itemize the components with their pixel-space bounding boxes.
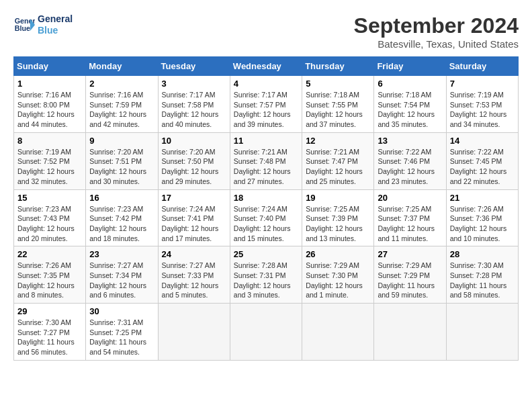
calendar-cell: 4Sunrise: 7:17 AM Sunset: 7:57 PM Daylig… [230,76,302,133]
logo-subtext: Blue [38,25,73,36]
day-number: 19 [306,193,370,203]
calendar-week-4: 22Sunrise: 7:26 AM Sunset: 7:35 PM Dayli… [14,246,519,304]
calendar-cell: 25Sunrise: 7:28 AM Sunset: 7:31 PM Dayli… [230,246,302,304]
day-number: 9 [89,136,154,146]
day-info: Sunrise: 7:18 AM Sunset: 7:54 PM Dayligh… [378,90,442,130]
logo-icon: General Blue [13,14,35,36]
day-number: 1 [17,79,82,89]
day-number: 22 [17,249,82,259]
day-info: Sunrise: 7:26 AM Sunset: 7:36 PM Dayligh… [450,204,515,244]
day-info: Sunrise: 7:22 AM Sunset: 7:45 PM Dayligh… [450,147,515,187]
day-info: Sunrise: 7:24 AM Sunset: 7:41 PM Dayligh… [162,204,226,244]
day-number: 4 [234,79,298,89]
day-number: 13 [378,136,442,146]
day-number: 25 [234,249,298,259]
day-number: 6 [378,79,442,89]
day-info: Sunrise: 7:21 AM Sunset: 7:47 PM Dayligh… [306,147,370,187]
day-number: 20 [378,193,442,203]
col-sunday: Sunday [14,57,86,76]
calendar-cell: 13Sunrise: 7:22 AM Sunset: 7:46 PM Dayli… [374,132,446,189]
day-number: 3 [162,79,226,89]
day-info: Sunrise: 7:17 AM Sunset: 7:57 PM Dayligh… [234,90,298,130]
day-info: Sunrise: 7:19 AM Sunset: 7:52 PM Dayligh… [17,147,82,187]
day-info: Sunrise: 7:30 AM Sunset: 7:28 PM Dayligh… [450,261,515,300]
day-number: 18 [234,193,298,203]
day-number: 23 [89,249,154,259]
day-number: 29 [17,306,82,316]
day-info: Sunrise: 7:23 AM Sunset: 7:42 PM Dayligh… [89,204,154,244]
calendar-cell: 22Sunrise: 7:26 AM Sunset: 7:35 PM Dayli… [14,246,86,304]
day-info: Sunrise: 7:16 AM Sunset: 7:59 PM Dayligh… [89,90,154,130]
calendar-cell: 21Sunrise: 7:26 AM Sunset: 7:36 PM Dayli… [446,189,518,246]
day-number: 16 [89,193,154,203]
calendar-cell: 1Sunrise: 7:16 AM Sunset: 8:00 PM Daylig… [14,76,86,133]
day-info: Sunrise: 7:22 AM Sunset: 7:46 PM Dayligh… [378,147,442,187]
logo-text: General [38,13,73,25]
col-friday: Friday [374,57,446,76]
header-row: Sunday Monday Tuesday Wednesday Thursday… [14,57,519,76]
day-info: Sunrise: 7:25 AM Sunset: 7:37 PM Dayligh… [378,204,442,244]
day-info: Sunrise: 7:27 AM Sunset: 7:34 PM Dayligh… [89,261,154,300]
col-wednesday: Wednesday [230,57,302,76]
calendar-cell [158,304,230,361]
day-number: 11 [234,136,298,146]
day-info: Sunrise: 7:29 AM Sunset: 7:30 PM Dayligh… [306,261,370,300]
logo: General Blue General Blue [13,13,73,36]
day-info: Sunrise: 7:28 AM Sunset: 7:31 PM Dayligh… [234,261,298,300]
col-monday: Monday [86,57,158,76]
day-info: Sunrise: 7:29 AM Sunset: 7:29 PM Dayligh… [378,261,442,300]
header: General Blue General Blue September 2024… [13,13,519,50]
calendar-table: Sunday Monday Tuesday Wednesday Thursday… [13,56,519,361]
calendar-cell: 2Sunrise: 7:16 AM Sunset: 7:59 PM Daylig… [86,76,158,133]
calendar-cell: 19Sunrise: 7:25 AM Sunset: 7:39 PM Dayli… [302,189,374,246]
svg-text:Blue: Blue [15,24,30,32]
day-number: 26 [306,249,370,259]
col-tuesday: Tuesday [158,57,230,76]
calendar-cell: 30Sunrise: 7:31 AM Sunset: 7:25 PM Dayli… [86,304,158,361]
day-number: 5 [306,79,370,89]
calendar-week-2: 8Sunrise: 7:19 AM Sunset: 7:52 PM Daylig… [14,132,519,189]
calendar-week-1: 1Sunrise: 7:16 AM Sunset: 8:00 PM Daylig… [14,76,519,133]
calendar-cell: 9Sunrise: 7:20 AM Sunset: 7:51 PM Daylig… [86,132,158,189]
day-info: Sunrise: 7:16 AM Sunset: 8:00 PM Dayligh… [17,90,82,130]
calendar-cell: 7Sunrise: 7:19 AM Sunset: 7:53 PM Daylig… [446,76,518,133]
day-number: 28 [450,249,515,259]
day-info: Sunrise: 7:24 AM Sunset: 7:40 PM Dayligh… [234,204,298,244]
day-number: 8 [17,136,82,146]
day-info: Sunrise: 7:30 AM Sunset: 7:27 PM Dayligh… [17,318,82,357]
calendar-cell: 3Sunrise: 7:17 AM Sunset: 7:58 PM Daylig… [158,76,230,133]
title-area: September 2024 Batesville, Texas, United… [354,13,519,50]
calendar-cell [302,304,374,361]
calendar-cell: 6Sunrise: 7:18 AM Sunset: 7:54 PM Daylig… [374,76,446,133]
calendar-cell: 17Sunrise: 7:24 AM Sunset: 7:41 PM Dayli… [158,189,230,246]
day-info: Sunrise: 7:18 AM Sunset: 7:55 PM Dayligh… [306,90,370,130]
calendar-week-3: 15Sunrise: 7:23 AM Sunset: 7:43 PM Dayli… [14,189,519,246]
calendar-cell: 24Sunrise: 7:27 AM Sunset: 7:33 PM Dayli… [158,246,230,304]
calendar-cell [374,304,446,361]
calendar-cell: 12Sunrise: 7:21 AM Sunset: 7:47 PM Dayli… [302,132,374,189]
calendar-cell: 18Sunrise: 7:24 AM Sunset: 7:40 PM Dayli… [230,189,302,246]
day-info: Sunrise: 7:31 AM Sunset: 7:25 PM Dayligh… [89,318,154,357]
calendar-cell: 27Sunrise: 7:29 AM Sunset: 7:29 PM Dayli… [374,246,446,304]
calendar-cell: 23Sunrise: 7:27 AM Sunset: 7:34 PM Dayli… [86,246,158,304]
day-info: Sunrise: 7:20 AM Sunset: 7:50 PM Dayligh… [162,147,226,187]
day-info: Sunrise: 7:19 AM Sunset: 7:53 PM Dayligh… [450,90,515,130]
day-number: 24 [162,249,226,259]
calendar-cell [446,304,518,361]
day-number: 2 [89,79,154,89]
calendar-cell: 8Sunrise: 7:19 AM Sunset: 7:52 PM Daylig… [14,132,86,189]
day-info: Sunrise: 7:26 AM Sunset: 7:35 PM Dayligh… [17,261,82,300]
day-number: 12 [306,136,370,146]
calendar-cell: 14Sunrise: 7:22 AM Sunset: 7:45 PM Dayli… [446,132,518,189]
day-number: 21 [450,193,515,203]
month-title: September 2024 [354,13,519,38]
calendar-cell: 5Sunrise: 7:18 AM Sunset: 7:55 PM Daylig… [302,76,374,133]
day-number: 27 [378,249,442,259]
calendar-cell: 16Sunrise: 7:23 AM Sunset: 7:42 PM Dayli… [86,189,158,246]
day-info: Sunrise: 7:17 AM Sunset: 7:58 PM Dayligh… [162,90,226,130]
calendar-cell: 26Sunrise: 7:29 AM Sunset: 7:30 PM Dayli… [302,246,374,304]
col-saturday: Saturday [446,57,518,76]
col-thursday: Thursday [302,57,374,76]
day-info: Sunrise: 7:27 AM Sunset: 7:33 PM Dayligh… [162,261,226,300]
calendar-cell: 20Sunrise: 7:25 AM Sunset: 7:37 PM Dayli… [374,189,446,246]
